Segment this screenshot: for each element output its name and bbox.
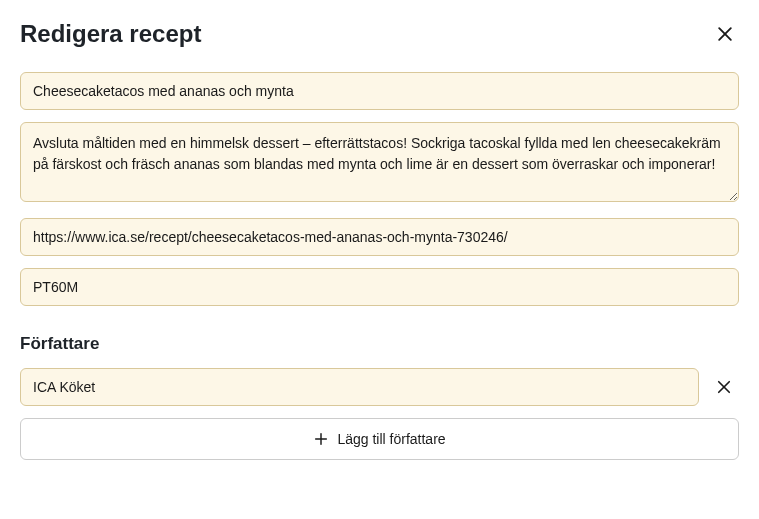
recipe-name-input[interactable] (20, 72, 739, 110)
close-button[interactable] (711, 20, 739, 48)
close-icon (715, 378, 733, 396)
dialog-header: Redigera recept (20, 20, 739, 48)
recipe-url-input[interactable] (20, 218, 739, 256)
remove-author-button[interactable] (709, 372, 739, 402)
author-row (20, 368, 739, 406)
recipe-duration-input[interactable] (20, 268, 739, 306)
author-name-input[interactable] (20, 368, 699, 406)
close-icon (715, 24, 735, 44)
add-author-label: Lägg till författare (337, 431, 445, 447)
add-author-button[interactable]: Lägg till författare (20, 418, 739, 460)
dialog-title: Redigera recept (20, 20, 201, 48)
plus-icon (313, 431, 329, 447)
authors-section-label: Författare (20, 334, 739, 354)
recipe-description-textarea[interactable]: Avsluta måltiden med en himmelsk dessert… (20, 122, 739, 202)
